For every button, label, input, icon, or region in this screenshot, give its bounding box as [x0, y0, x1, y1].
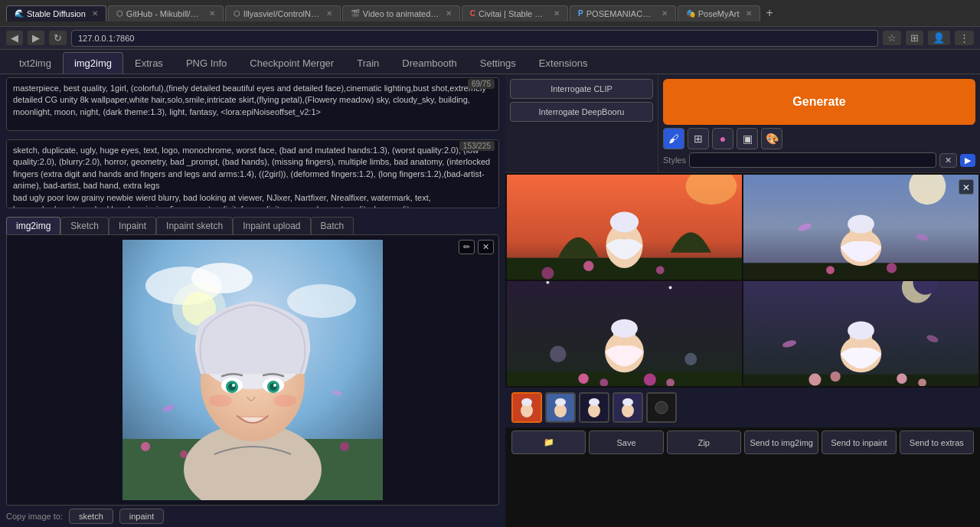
- close-output-button[interactable]: ✕: [959, 179, 974, 195]
- nav-tab-extensions[interactable]: Extensions: [528, 52, 599, 74]
- styles-apply-button[interactable]: ▶: [960, 154, 975, 167]
- nav-tab-img2img[interactable]: img2img: [63, 52, 123, 74]
- subtab-sketch[interactable]: Sketch: [60, 217, 109, 234]
- nav-tab-extras[interactable]: Extras: [123, 52, 175, 74]
- svg-point-59: [578, 374, 588, 384]
- nav-tab-pnginfo[interactable]: PNG Info: [175, 52, 238, 74]
- output-svg-4: [743, 281, 978, 386]
- styles-label: Styles: [663, 155, 686, 165]
- svg-point-48: [826, 266, 835, 274]
- interrogate-clip-button[interactable]: Interrogate CLIP: [510, 79, 653, 99]
- new-tab-button[interactable]: +: [762, 5, 778, 21]
- menu-button[interactable]: ⋮: [955, 31, 974, 45]
- svg-point-64: [684, 353, 697, 365]
- browser-tab-stable-diffusion[interactable]: 🌊 Stable Diffusion ✕: [6, 5, 106, 21]
- tab-close-civitai[interactable]: ✕: [554, 9, 560, 18]
- subtab-img2img[interactable]: img2img: [6, 217, 60, 234]
- negative-prompt-textarea[interactable]: sketch, duplicate, ugly, huge eyes, text…: [6, 139, 499, 208]
- style-icon-5[interactable]: 🎨: [761, 128, 782, 149]
- nav-tab-train[interactable]: Train: [345, 52, 390, 74]
- clear-image-button[interactable]: ✕: [478, 240, 494, 254]
- subtab-inpaint-sketch[interactable]: Inpaint sketch: [156, 217, 233, 234]
- main-content: masterpiece, best quality, 1girl, (color…: [0, 74, 980, 527]
- svg-point-28: [209, 394, 232, 407]
- img2img-canvas[interactable]: ✏ ✕: [6, 234, 499, 506]
- svg-point-92: [655, 401, 668, 414]
- reload-button[interactable]: ↻: [49, 31, 67, 45]
- nav-tab-settings[interactable]: Settings: [469, 52, 528, 74]
- svg-point-72: [808, 374, 821, 386]
- tab-close-posemyart[interactable]: ✕: [746, 9, 752, 18]
- left-panel: masterpiece, best quality, 1girl, (color…: [0, 74, 505, 527]
- interrogate-deepbooru-button[interactable]: Interrogate DeepBooru: [510, 102, 653, 122]
- browser-tab-posemyart[interactable]: 🎭 PoseMyArt ✕: [678, 5, 760, 21]
- thumbnail-2[interactable]: [545, 392, 576, 423]
- bookmark-button[interactable]: ☆: [883, 31, 901, 45]
- forward-button[interactable]: ▶: [28, 31, 44, 45]
- tab-close-controlnet[interactable]: ✕: [326, 9, 332, 18]
- style-icon-1[interactable]: 🖌: [663, 128, 684, 149]
- folder-button[interactable]: 📁: [511, 430, 586, 454]
- send-to-img2img-button[interactable]: Send to img2img: [744, 430, 818, 454]
- send-to-extras-button[interactable]: Send to extras: [900, 430, 974, 454]
- styles-clear-button[interactable]: ✕: [939, 153, 957, 168]
- subtab-batch[interactable]: Batch: [311, 217, 354, 234]
- output-image-grid: [505, 173, 980, 388]
- styles-input[interactable]: [689, 152, 936, 168]
- generate-block: Generate 🖌 ⊞ ● ▣ 🎨 Styles ✕ ▶: [658, 74, 980, 172]
- browser-tab-gif[interactable]: 🎬 Video to animated GIF converter ✕: [342, 5, 460, 21]
- browser-tab-civitai[interactable]: C Civitai | Stable Diffusion model... ✕: [462, 5, 568, 21]
- copy-to-inpaint-button[interactable]: inpaint: [119, 509, 164, 524]
- svg-point-7: [141, 442, 150, 451]
- style-icon-3[interactable]: ●: [712, 128, 733, 149]
- thumbnail-4[interactable]: [612, 392, 643, 423]
- thumb-svg-5: [648, 394, 675, 421]
- thumb-svg-4: [614, 394, 642, 421]
- browser-tab-github[interactable]: ⬡ GitHub - Mikubill/sd-webui-co... ✕: [108, 5, 224, 21]
- style-icon-4[interactable]: ▣: [737, 128, 758, 149]
- thumbnail-3[interactable]: [579, 392, 609, 423]
- subtab-inpaint-upload[interactable]: Inpaint upload: [233, 217, 310, 234]
- output-image-4: [743, 281, 978, 386]
- subtab-inpaint[interactable]: Inpaint: [109, 217, 156, 234]
- svg-point-61: [644, 374, 656, 386]
- profile-button[interactable]: 👤: [928, 31, 950, 45]
- generate-button[interactable]: Generate: [663, 79, 975, 125]
- nav-tab-checkpoint-merger[interactable]: Checkpoint Merger: [238, 52, 345, 74]
- svg-point-49: [887, 263, 897, 273]
- controls-section: Interrogate CLIP Interrogate DeepBooru G…: [505, 74, 980, 173]
- image-controls: ✏ ✕: [459, 240, 494, 254]
- tab-icon-gif: 🎬: [351, 9, 360, 18]
- svg-point-24: [228, 383, 236, 391]
- address-input[interactable]: [71, 30, 878, 47]
- output-section: ✕: [505, 173, 980, 527]
- tab-close-sd[interactable]: ✕: [92, 9, 98, 18]
- tab-close-gif[interactable]: ✕: [446, 9, 452, 18]
- style-icons-row: 🖌 ⊞ ● ▣ 🎨: [663, 128, 975, 149]
- tab-label-civitai: Civitai | Stable Diffusion model...: [479, 9, 547, 18]
- back-button[interactable]: ◀: [6, 31, 23, 45]
- save-button[interactable]: Save: [589, 430, 663, 454]
- edit-image-button[interactable]: ✏: [459, 240, 475, 254]
- copy-to-sketch-button[interactable]: sketch: [69, 509, 113, 524]
- action-buttons: 📁 Save Zip Send to img2img Send to inpai…: [505, 427, 980, 457]
- nav-tab-txt2img[interactable]: txt2img: [8, 52, 63, 74]
- browser-tab-posemaniacs[interactable]: P POSEMANIACS - Royalty free 3... ✕: [570, 5, 676, 21]
- positive-prompt-textarea[interactable]: masterpiece, best quality, 1girl, (color…: [6, 77, 499, 131]
- thumbnail-5[interactable]: [646, 392, 677, 423]
- svg-point-26: [232, 384, 235, 387]
- thumbnail-1[interactable]: [511, 392, 542, 423]
- svg-point-84: [555, 398, 566, 406]
- style-icon-2[interactable]: ⊞: [688, 128, 709, 149]
- tab-close-github[interactable]: ✕: [209, 9, 215, 18]
- output-image-1: [507, 175, 742, 280]
- extensions-button[interactable]: ⊞: [906, 31, 923, 45]
- tab-close-posemaniacs[interactable]: ✕: [662, 9, 668, 18]
- browser-tab-controlnet[interactable]: ⬡ Illyasviel/ControlNet at main ✕: [225, 5, 341, 21]
- nav-tab-dreambooth[interactable]: Dreambooth: [390, 52, 469, 74]
- tab-label-posemaniacs: POSEMANIACS - Royalty free 3...: [586, 9, 655, 18]
- tab-icon-posemyart: 🎭: [686, 9, 695, 18]
- svg-point-74: [897, 374, 906, 384]
- send-to-inpaint-button[interactable]: Send to inpaint: [822, 430, 896, 454]
- zip-button[interactable]: Zip: [667, 430, 741, 454]
